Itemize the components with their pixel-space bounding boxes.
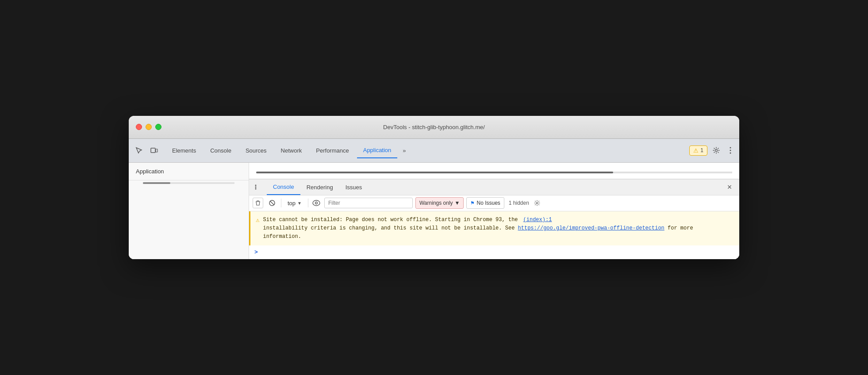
no-issues-button[interactable]: ⚑ No Issues bbox=[466, 197, 504, 209]
warning-text-row2: installability criteria is changing, and… bbox=[263, 224, 734, 241]
svg-point-3 bbox=[730, 147, 731, 149]
svg-rect-0 bbox=[151, 148, 155, 153]
tab-network[interactable]: Network bbox=[275, 142, 308, 158]
close-button[interactable] bbox=[136, 124, 142, 130]
warning-badge[interactable]: ⚠ 1 bbox=[689, 145, 707, 156]
drawer-tabs: Console Rendering Issues × bbox=[249, 180, 739, 195]
warning-text-row1: Site cannot be installed: Page does not … bbox=[263, 216, 734, 224]
eye-icon-button[interactable] bbox=[311, 198, 322, 208]
svg-point-5 bbox=[730, 153, 731, 154]
tab-application[interactable]: Application bbox=[357, 142, 398, 158]
prompt-caret-icon: > bbox=[254, 249, 258, 256]
tab-performance[interactable]: Performance bbox=[310, 142, 355, 158]
tab-bar-right: ⚠ 1 bbox=[689, 144, 736, 157]
warning-message-text: Site cannot be installed: Page does not … bbox=[263, 216, 734, 241]
separator-2 bbox=[308, 199, 308, 207]
warning-message: ⚠ Site cannot be installed: Page does no… bbox=[249, 211, 739, 246]
warning-source-link[interactable]: (index):1 bbox=[523, 216, 552, 224]
block-icon-button[interactable] bbox=[266, 197, 278, 209]
svg-point-8 bbox=[255, 188, 257, 190]
minimize-button[interactable] bbox=[146, 124, 152, 130]
tab-bar: Elements Console Sources Network Perform… bbox=[129, 139, 739, 163]
main-progress-bar bbox=[256, 172, 613, 173]
hidden-count-label: 1 hidden bbox=[509, 200, 529, 206]
svg-point-6 bbox=[255, 185, 257, 186]
svg-rect-1 bbox=[156, 149, 157, 152]
drawer-tab-issues[interactable]: Issues bbox=[339, 179, 369, 195]
devtools-settings-button[interactable] bbox=[710, 144, 722, 157]
console-toolbar: top ▼ Warnings only ▼ bbox=[249, 195, 739, 211]
sidebar-header: Application bbox=[129, 163, 249, 180]
drawer-menu-button[interactable] bbox=[253, 182, 263, 192]
tab-sources[interactable]: Sources bbox=[239, 142, 273, 158]
main-progress bbox=[256, 172, 732, 173]
devtools-window: DevTools - stitch-glib-typhoon.glitch.me… bbox=[129, 116, 739, 260]
traffic-lights bbox=[136, 124, 161, 130]
drawer-close-button[interactable]: × bbox=[723, 181, 736, 193]
sidebar: Application bbox=[129, 163, 249, 260]
warnings-dropdown-arrow-icon: ▼ bbox=[455, 200, 460, 206]
svg-point-11 bbox=[313, 200, 320, 206]
tab-elements[interactable]: Elements bbox=[166, 142, 202, 158]
context-selector[interactable]: top ▼ bbox=[284, 199, 305, 207]
title-bar: DevTools - stitch-glib-typhoon.glitch.me… bbox=[129, 116, 739, 139]
drawer-tab-rendering[interactable]: Rendering bbox=[300, 179, 339, 195]
clear-console-button[interactable] bbox=[253, 198, 263, 208]
svg-point-4 bbox=[730, 150, 731, 151]
maximize-button[interactable] bbox=[155, 124, 161, 130]
console-prompt: > bbox=[249, 245, 739, 259]
toolbar-icons bbox=[132, 144, 161, 157]
svg-point-7 bbox=[255, 187, 257, 188]
warning-icon: ⚠ bbox=[693, 147, 699, 154]
svg-point-13 bbox=[536, 202, 538, 204]
filter-input[interactable] bbox=[324, 198, 413, 208]
console-settings-button[interactable] bbox=[532, 198, 542, 208]
main-header bbox=[249, 163, 739, 179]
window-title: DevTools - stitch-glib-typhoon.glitch.me… bbox=[383, 124, 485, 130]
warning-message-icon: ⚠ bbox=[256, 216, 259, 224]
svg-point-12 bbox=[315, 202, 317, 204]
main-panel: Console Rendering Issues × bbox=[249, 163, 739, 260]
tab-console[interactable]: Console bbox=[204, 142, 238, 158]
console-drawer: Console Rendering Issues × bbox=[249, 179, 739, 260]
svg-point-2 bbox=[715, 149, 718, 152]
devtools-more-button[interactable] bbox=[725, 144, 736, 157]
sidebar-progress bbox=[143, 182, 234, 184]
drawer-tab-console[interactable]: Console bbox=[267, 179, 300, 195]
separator-1 bbox=[281, 199, 281, 207]
flag-icon: ⚑ bbox=[470, 200, 475, 206]
tab-more-button[interactable]: » bbox=[399, 145, 409, 157]
pwa-detection-link[interactable]: https://goo.gle/improved-pwa-offline-det… bbox=[518, 225, 664, 231]
sidebar-progress-bar bbox=[143, 182, 170, 184]
content-area: Application bbox=[129, 163, 739, 260]
console-output: ⚠ Site cannot be installed: Page does no… bbox=[249, 211, 739, 260]
context-arrow-icon: ▼ bbox=[297, 201, 302, 206]
svg-line-10 bbox=[270, 201, 274, 205]
warnings-only-dropdown[interactable]: Warnings only ▼ bbox=[415, 197, 464, 209]
device-icon-button[interactable] bbox=[147, 144, 161, 157]
cursor-icon-button[interactable] bbox=[132, 144, 146, 157]
